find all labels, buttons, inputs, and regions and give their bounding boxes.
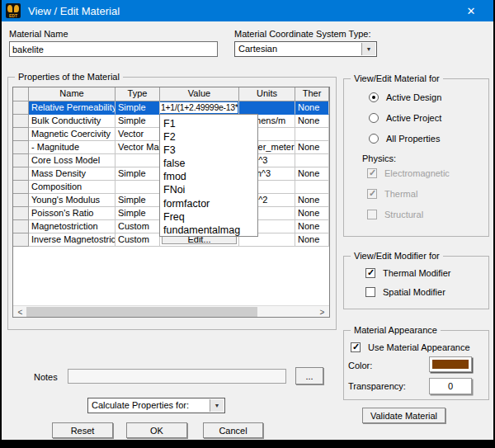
calculate-properties-select[interactable]: Calculate Properties for: ▼ [87,398,225,413]
radio-icon[interactable] [369,92,379,102]
row-selector-cell[interactable] [13,207,29,220]
type-cell[interactable]: Simple [116,167,160,181]
reset-button[interactable]: Reset [52,422,113,438]
thermal-cell[interactable]: None [295,207,329,220]
row-selector-cell[interactable] [13,154,29,167]
name-cell[interactable]: Bulk Conductivity [29,115,116,128]
chevron-down-icon[interactable]: ▼ [210,399,224,412]
column-header-units[interactable]: Units [239,87,295,101]
radio-option-active-design[interactable]: Active Design [369,92,441,102]
thermal-cell[interactable] [295,181,329,194]
row-selector-cell[interactable] [13,128,29,141]
checkbox-icon[interactable] [365,268,375,278]
checkbox-option-spatial-modifier[interactable]: Spatial Modifier [365,287,446,297]
transparency-label: Transparency: [348,381,406,391]
name-cell[interactable]: Inverse Magnetostriction [29,233,116,247]
thermal-cell[interactable]: None [295,101,329,115]
thermal-cell[interactable]: None [295,141,329,154]
name-cell[interactable]: Core Loss Model [29,154,116,167]
row-selector-cell[interactable] [13,181,29,194]
name-cell[interactable]: Composition [29,181,116,194]
column-header-name[interactable]: Name [29,87,116,101]
value-cell[interactable]: 1+1/(1+2.49999e-13*F [160,101,239,115]
checkbox-icon [367,168,377,178]
type-cell[interactable] [116,181,160,194]
row-selector-cell[interactable] [13,220,29,233]
type-cell[interactable]: Simple [116,101,160,115]
row-selector-cell[interactable] [13,141,29,154]
ok-button[interactable]: OK [126,422,187,438]
thermal-cell[interactable]: None [295,220,329,233]
color-swatch [432,360,469,369]
view-edit-material-for-label: View/Edit Material for [351,73,443,83]
view-edit-material-dialog: EDT View / Edit Material ✕ Material Name… [0,0,495,448]
scroll-left-icon[interactable]: < [14,306,26,318]
autocomplete-item[interactable]: false [160,157,257,170]
autocomplete-item[interactable]: fmod [160,170,257,183]
value-edit-input[interactable]: 1+1/(1+2.49999e-13*F [160,102,238,113]
row-selector-cell[interactable] [13,167,29,181]
notes-input[interactable] [68,369,286,384]
name-cell[interactable]: - Magnitude [29,141,116,154]
table-row[interactable]: Relative PermeabilitySimple1+1/(1+2.4999… [13,101,329,115]
name-cell[interactable]: Mass Density [29,167,116,181]
type-cell[interactable]: Custom [116,233,160,247]
type-cell[interactable]: Simple [116,194,160,207]
row-selector-header[interactable] [13,87,29,101]
row-selector-cell[interactable] [13,233,29,247]
type-cell[interactable]: Custom [116,220,160,233]
use-material-appearance-checkbox[interactable] [351,342,361,352]
autocomplete-item[interactable]: F2 [160,130,257,144]
thermal-cell[interactable] [295,154,329,167]
thermal-cell[interactable] [295,128,329,141]
autocomplete-item[interactable]: F1 [160,117,257,130]
column-header-value[interactable]: Value [160,87,239,101]
autocomplete-item[interactable]: fundamentalmag [160,224,257,237]
color-swatch-button[interactable] [429,356,472,372]
name-cell[interactable]: Relative Permeability [29,101,116,115]
cancel-button[interactable]: Cancel [203,422,263,438]
autocomplete-dropdown[interactable]: F1F2F3falsefmodFNoiformfactorFreqfundame… [159,114,258,237]
autocomplete-item[interactable]: FNoi [160,183,257,196]
thermal-cell[interactable]: None [295,115,329,128]
validate-material-button[interactable]: Validate Material [362,408,446,423]
coord-system-select[interactable]: Cartesian ▼ [234,41,377,57]
row-selector-cell[interactable] [13,194,29,207]
material-name-input[interactable] [9,41,218,57]
chevron-down-icon[interactable]: ▼ [361,43,375,55]
row-selector-cell[interactable] [13,101,29,115]
notes-browse-button[interactable]: ... [295,367,323,384]
units-cell[interactable] [239,101,295,115]
thermal-cell[interactable]: None [295,233,329,247]
column-header-ther[interactable]: Ther [295,87,329,101]
radio-option-all-properties[interactable]: All Properties [369,134,440,144]
autocomplete-item[interactable]: formfactor [160,197,257,210]
radio-icon[interactable] [369,113,379,123]
autocomplete-item[interactable]: Freq [160,210,257,224]
type-cell[interactable] [116,154,160,167]
radio-icon[interactable] [369,134,379,144]
name-cell[interactable]: Poisson's Ratio [29,207,116,220]
row-selector-cell[interactable] [13,115,29,128]
name-cell[interactable]: Magnetic Coercivity [29,128,116,141]
autocomplete-item[interactable]: F3 [160,144,257,157]
title-bar[interactable]: EDT View / Edit Material ✕ [2,0,493,21]
type-cell[interactable]: Simple [116,207,160,220]
type-cell[interactable]: Vector [116,128,160,141]
name-cell[interactable]: Magnetostriction [29,220,116,233]
type-cell[interactable]: Vector Mag [116,141,160,154]
close-icon[interactable]: ✕ [455,0,487,21]
scrollbar-thumb[interactable] [26,307,257,317]
checkbox-icon[interactable] [365,287,375,297]
radio-option-active-project[interactable]: Active Project [369,113,441,123]
column-header-type[interactable]: Type [116,87,160,101]
use-material-appearance-option[interactable]: Use Material Appearance [351,342,470,352]
scroll-right-icon[interactable]: > [316,306,328,318]
thermal-cell[interactable]: None [295,167,329,181]
checkbox-option-thermal-modifier[interactable]: Thermal Modifier [365,268,451,278]
thermal-cell[interactable]: None [295,194,329,207]
name-cell[interactable]: Young's Modulus [29,194,116,207]
transparency-button[interactable]: 0 [429,378,472,394]
type-cell[interactable]: Simple [116,115,160,128]
horizontal-scrollbar[interactable]: < > [13,305,329,317]
